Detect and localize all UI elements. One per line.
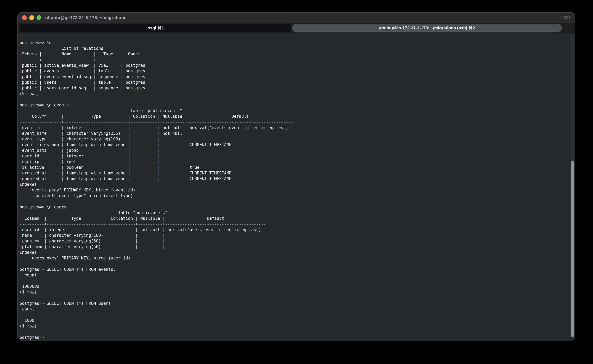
tab-ssh-migrations[interactable]: ubuntu@ip-172-31-3-173: ~/migrations (ss… [292, 24, 562, 32]
text-cursor [47, 335, 47, 340]
title-bar[interactable]: ubuntu@ip-172-31-3-173: ~/migrations ⌥⌘1 [18, 13, 575, 23]
tab-psql-label: psql ⌘1 [147, 26, 164, 31]
window-title: ubuntu@ip-172-31-3-173: ~/migrations [45, 15, 126, 20]
close-button[interactable] [22, 15, 27, 20]
zoom-button[interactable] [37, 15, 41, 20]
scrollbar-thumb[interactable] [571, 161, 574, 337]
plus-icon: + [567, 24, 571, 32]
tab-ssh-migrations-label: ubuntu@ip-172-31-3-173: ~/migrations (ss… [379, 26, 475, 31]
window-shortcut-hint: ⌥⌘1 [559, 13, 571, 23]
minimize-button[interactable] [29, 15, 34, 20]
terminal-output: postgres=> \d List of relations Schema |… [18, 33, 575, 340]
traffic-lights [18, 15, 41, 20]
new-tab-button[interactable]: + [565, 24, 573, 32]
terminal-window: ubuntu@ip-172-31-3-173: ~/migrations ⌥⌘1… [17, 12, 575, 341]
tab-bar: psql ⌘1 ubuntu@ip-172-31-3-173: ~/migrat… [18, 23, 575, 33]
terminal-content[interactable]: postgres=> \d List of relations Schema |… [18, 33, 575, 341]
tab-psql[interactable]: psql ⌘1 [20, 24, 292, 32]
